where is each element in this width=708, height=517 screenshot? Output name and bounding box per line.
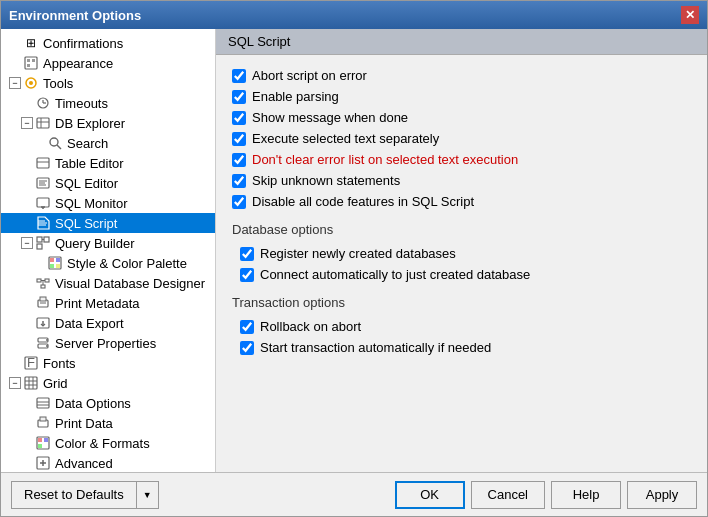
- checkbox-dont-clear-error[interactable]: [232, 153, 246, 167]
- checkbox-disable-code-features[interactable]: [232, 195, 246, 209]
- data-export-icon: [35, 315, 51, 331]
- label-dont-clear-error[interactable]: Don't clear error list on selected text …: [252, 152, 518, 167]
- sidebar-item-advanced[interactable]: Advanced: [1, 453, 215, 472]
- sidebar-item-print-data[interactable]: Print Data: [1, 413, 215, 433]
- cancel-button[interactable]: Cancel: [471, 481, 545, 509]
- sidebar-item-label: Style & Color Palette: [67, 256, 187, 271]
- sidebar-item-confirmations[interactable]: ⊞ Confirmations: [1, 33, 215, 53]
- sidebar-item-search[interactable]: Search: [1, 133, 215, 153]
- checkbox-abort-on-error[interactable]: [232, 69, 246, 83]
- label-disable-code-features[interactable]: Disable all code features in SQL Script: [252, 194, 474, 209]
- grid-expand-btn[interactable]: [9, 377, 21, 389]
- dialog-footer: Reset to Defaults ▼ OK Cancel Help Apply: [1, 472, 707, 516]
- sidebar-item-visual-db-designer[interactable]: Visual Database Designer: [1, 273, 215, 293]
- close-button[interactable]: ✕: [681, 6, 699, 24]
- label-abort-on-error[interactable]: Abort script on error: [252, 68, 367, 83]
- sidebar-item-tools[interactable]: Tools: [1, 73, 215, 93]
- ok-button[interactable]: OK: [395, 481, 465, 509]
- sidebar-item-appearance[interactable]: Appearance: [1, 53, 215, 73]
- sidebar-item-fonts[interactable]: F Fonts: [1, 353, 215, 373]
- palette-icon: [47, 255, 63, 271]
- label-enable-parsing[interactable]: Enable parsing: [252, 89, 339, 104]
- svg-rect-41: [40, 297, 46, 301]
- visual-db-icon: [35, 275, 51, 291]
- sidebar-item-timeouts[interactable]: Timeouts: [1, 93, 215, 113]
- dialog-body: ⊞ Confirmations Appearance Tools: [1, 29, 707, 472]
- query-builder-icon: [35, 235, 51, 251]
- label-start-transaction[interactable]: Start transaction automatically if neede…: [260, 340, 491, 355]
- checkbox-connect-auto[interactable]: [240, 268, 254, 282]
- svg-rect-63: [44, 438, 48, 442]
- sidebar-item-label: Appearance: [43, 56, 113, 71]
- sql-script-icon: [35, 215, 51, 231]
- sidebar-item-query-builder[interactable]: Query Builder: [1, 233, 215, 253]
- svg-line-13: [57, 145, 61, 149]
- print-data-icon: [35, 415, 51, 431]
- checkbox-execute-selected[interactable]: [232, 132, 246, 146]
- sidebar-item-label: DB Explorer: [55, 116, 125, 131]
- check-skip-unknown: Skip unknown statements: [232, 170, 691, 191]
- checkbox-rollback-abort[interactable]: [240, 320, 254, 334]
- apply-button[interactable]: Apply: [627, 481, 697, 509]
- check-start-transaction: Start transaction automatically if neede…: [240, 337, 691, 358]
- dialog: Environment Options ✕ ⊞ Confirmations Ap…: [0, 0, 708, 517]
- label-execute-selected[interactable]: Execute selected text separately: [252, 131, 439, 146]
- sidebar-item-db-explorer[interactable]: DB Explorer: [1, 113, 215, 133]
- db-explorer-expand-btn[interactable]: [21, 117, 33, 129]
- label-rollback-abort[interactable]: Rollback on abort: [260, 319, 361, 334]
- checkbox-enable-parsing[interactable]: [232, 90, 246, 104]
- svg-point-12: [50, 138, 58, 146]
- label-register-newly[interactable]: Register newly created databases: [260, 246, 456, 261]
- tools-expand-btn[interactable]: [9, 77, 21, 89]
- sidebar-item-style-color-palette[interactable]: Style & Color Palette: [1, 253, 215, 273]
- advanced-icon: [35, 455, 51, 471]
- checkbox-show-message[interactable]: [232, 111, 246, 125]
- check-connect-auto: Connect automatically to just created da…: [240, 264, 691, 285]
- sidebar-item-table-editor[interactable]: Table Editor: [1, 153, 215, 173]
- checkbox-register-newly[interactable]: [240, 247, 254, 261]
- svg-rect-34: [56, 264, 60, 268]
- sidebar-item-label: SQL Script: [55, 216, 117, 231]
- label-show-message[interactable]: Show message when done: [252, 110, 408, 125]
- sql-editor-icon: [35, 175, 51, 191]
- checkbox-start-transaction[interactable]: [240, 341, 254, 355]
- help-button[interactable]: Help: [551, 481, 621, 509]
- svg-rect-14: [37, 158, 49, 168]
- check-abort-on-error: Abort script on error: [232, 65, 691, 86]
- sidebar-item-label: Table Editor: [55, 156, 124, 171]
- sidebar-item-data-export[interactable]: Data Export: [1, 313, 215, 333]
- sidebar-item-sql-script[interactable]: SQL Script: [1, 213, 215, 233]
- check-show-message: Show message when done: [232, 107, 691, 128]
- sidebar-item-data-options[interactable]: Data Options: [1, 393, 215, 413]
- timeouts-icon: [35, 95, 51, 111]
- sidebar-item-sql-editor[interactable]: SQL Editor: [1, 173, 215, 193]
- sidebar-item-sql-monitor[interactable]: SQL Monitor: [1, 193, 215, 213]
- svg-rect-2: [32, 59, 35, 62]
- check-disable-code-features: Disable all code features in SQL Script: [232, 191, 691, 212]
- reset-dropdown-button[interactable]: ▼: [137, 481, 159, 509]
- reset-to-defaults-button[interactable]: Reset to Defaults: [11, 481, 137, 509]
- sidebar-item-server-properties[interactable]: Server Properties: [1, 333, 215, 353]
- sidebar-item-color-formats[interactable]: Color & Formats: [1, 433, 215, 453]
- color-formats-icon: [35, 435, 51, 451]
- label-skip-unknown[interactable]: Skip unknown statements: [252, 173, 400, 188]
- sidebar-item-grid[interactable]: Grid: [1, 373, 215, 393]
- check-register-newly: Register newly created databases: [240, 243, 691, 264]
- checkbox-skip-unknown[interactable]: [232, 174, 246, 188]
- check-execute-selected: Execute selected text separately: [232, 128, 691, 149]
- database-options-section: Database options Register newly created …: [232, 222, 691, 285]
- svg-point-5: [29, 81, 33, 85]
- sidebar-item-label: Query Builder: [55, 236, 134, 251]
- sidebar-item-label: Print Data: [55, 416, 113, 431]
- database-options-title: Database options: [232, 222, 691, 239]
- sidebar-item-label: Search: [67, 136, 108, 151]
- sidebar-item-label: Tools: [43, 76, 73, 91]
- query-builder-expand-btn[interactable]: [21, 237, 33, 249]
- label-connect-auto[interactable]: Connect automatically to just created da…: [260, 267, 530, 282]
- sidebar-item-label: Timeouts: [55, 96, 108, 111]
- sidebar-item-print-metadata[interactable]: Print Metadata: [1, 293, 215, 313]
- server-properties-icon: [35, 335, 51, 351]
- sidebar-item-label: SQL Editor: [55, 176, 118, 191]
- sql-monitor-icon: [35, 195, 51, 211]
- svg-rect-28: [37, 244, 42, 249]
